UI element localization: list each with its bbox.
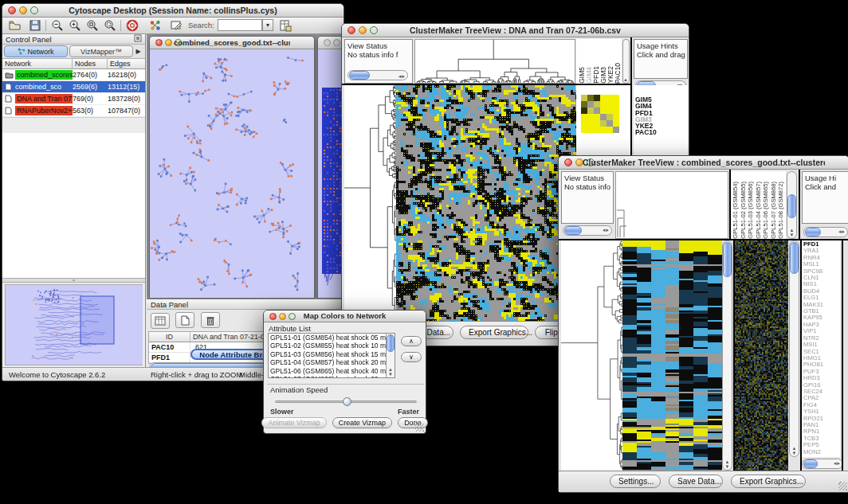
tv1-zoom-cell[interactable] bbox=[587, 120, 594, 127]
zoom-selected-icon[interactable] bbox=[84, 18, 101, 33]
tv2-usage-hscrollbar[interactable]: ◂▸ bbox=[803, 227, 848, 237]
tv1-zoom-cell[interactable] bbox=[594, 114, 600, 120]
tv1-zoom-cell[interactable] bbox=[613, 107, 619, 114]
tv1-column-label[interactable]: GIM4 bbox=[585, 67, 592, 84]
create-vizmap-button[interactable]: Create Vizmap bbox=[332, 417, 392, 428]
tv1-zoom-cell[interactable] bbox=[594, 95, 600, 101]
network-birdseye-view[interactable] bbox=[5, 284, 143, 365]
animate-vizmap-button[interactable]: Animate Vizmap bbox=[261, 417, 326, 428]
tab-vizmapper[interactable]: VizMapper™ bbox=[69, 45, 133, 57]
tv2-heatmap-vscrollbar[interactable]: ▲▼ bbox=[722, 240, 732, 471]
tv2-column-label[interactable]: GPL51-01 (GSM854) bbox=[732, 182, 740, 239]
dialog-title-bar[interactable]: Map Colors to Network bbox=[264, 311, 426, 322]
tv1-zoom-cell[interactable] bbox=[600, 95, 607, 101]
network-table-row[interactable]: combined_sco2569(6)13112(15) bbox=[2, 81, 145, 93]
tv1-zoom-cell[interactable] bbox=[581, 107, 587, 114]
network-view-canvas[interactable] bbox=[150, 49, 314, 298]
close-button[interactable] bbox=[269, 313, 277, 320]
main-title-bar[interactable]: Cytoscape Desktop (Session Name: collins… bbox=[2, 4, 344, 18]
search-input[interactable] bbox=[218, 19, 262, 31]
animation-speed-slider[interactable] bbox=[275, 400, 417, 403]
open-file-icon[interactable] bbox=[6, 18, 23, 33]
move-up-button[interactable]: ∧ bbox=[401, 336, 422, 346]
tv1-zoom-cell[interactable] bbox=[581, 127, 587, 133]
tv2-zoom-heatmap[interactable] bbox=[622, 240, 722, 471]
search-dropdown-arrow[interactable]: ▼ bbox=[262, 19, 273, 31]
tv1-zoom-cell[interactable] bbox=[607, 107, 613, 114]
tv1-zoom-cell[interactable] bbox=[600, 127, 607, 133]
zoom-fit-icon[interactable] bbox=[101, 18, 119, 33]
tv1-zoom-cell[interactable] bbox=[594, 107, 600, 114]
panel-splitter[interactable]: • bbox=[2, 278, 145, 283]
delete-attribute-icon[interactable] bbox=[201, 312, 220, 328]
tv1-zoom-cell[interactable] bbox=[587, 107, 594, 114]
attribute-list-item[interactable]: GPL51-04 (GSM857) heat shock 20 min bbox=[269, 358, 395, 366]
tv2-row-dendrogram[interactable] bbox=[561, 240, 622, 471]
tv1-column-label[interactable]: PAC10 bbox=[614, 63, 621, 84]
tv1-zoom-cell[interactable] bbox=[581, 95, 587, 101]
tv2-column-dendrogram[interactable] bbox=[615, 171, 728, 239]
annotation-icon[interactable] bbox=[167, 18, 185, 33]
close-button[interactable] bbox=[324, 39, 331, 46]
tv1-zoom-cell[interactable] bbox=[613, 120, 619, 127]
tv1-column-label[interactable]: PFD1 bbox=[592, 66, 599, 84]
tv1-status-hscrollbar[interactable]: ◂▸ bbox=[347, 70, 408, 80]
tv2-status-hscrollbar[interactable]: ◂▸ bbox=[563, 225, 612, 236]
network-view-2-canvas[interactable] bbox=[318, 49, 344, 298]
tv1-zoom-cell[interactable] bbox=[581, 120, 587, 127]
tv1-column-label[interactable]: GIM5 bbox=[578, 67, 585, 84]
zoom-out-icon[interactable] bbox=[49, 18, 66, 33]
tv2-column-label[interactable]: GPL51-02 (GSM855) bbox=[740, 182, 748, 239]
more-tabs-button[interactable]: ▶ bbox=[133, 48, 143, 55]
tv1-row-dendrogram[interactable] bbox=[344, 85, 396, 322]
move-down-button[interactable]: ∨ bbox=[401, 352, 422, 362]
close-button[interactable] bbox=[564, 158, 572, 166]
attribute-list-item[interactable]: GPL51-03 (GSM856) heat shock 15 min bbox=[269, 350, 395, 358]
tv2-genes-hscrollbar[interactable]: ◂▸ bbox=[802, 459, 843, 469]
tv2-export-graphics-button[interactable]: Export Graphics... bbox=[731, 475, 806, 488]
close-button[interactable] bbox=[155, 39, 163, 46]
tv2-settings-button[interactable]: Settings... bbox=[610, 475, 661, 488]
tv2-labels-vscrollbar[interactable]: ▲▼ bbox=[787, 171, 797, 239]
tv1-zoom-cell[interactable] bbox=[613, 101, 619, 107]
treeview1-title-bar[interactable]: ClusterMaker TreeView : DNA and Tran 07-… bbox=[342, 24, 689, 37]
tv2-global-heatmap[interactable] bbox=[735, 240, 788, 471]
tv1-zoom-cell[interactable] bbox=[581, 114, 587, 120]
save-session-icon[interactable] bbox=[26, 18, 44, 33]
tv1-zoom-cell[interactable] bbox=[594, 120, 600, 127]
tv2-column-label[interactable]: GPL51-06 (GSM865) bbox=[762, 182, 770, 239]
tv2-column-label[interactable]: GPL51-04 (GSM857) bbox=[755, 182, 763, 239]
tv1-global-heatmap[interactable] bbox=[396, 85, 576, 322]
tv1-zoom-cell[interactable] bbox=[587, 127, 594, 133]
attribute-list-item[interactable]: GPL51-07 (GSM868) heat shock 60 min bbox=[269, 375, 395, 378]
attribute-list-item[interactable]: GPL51-01 (GSM854) heat shock 05 min bbox=[269, 334, 395, 342]
treeview2-title-bar[interactable]: ClusterMaker TreeView : combined_scores_… bbox=[559, 156, 848, 170]
help-icon[interactable] bbox=[124, 18, 141, 33]
tv2-save-data-button[interactable]: Save Data... bbox=[669, 475, 723, 488]
tv1-zoom-cell[interactable] bbox=[607, 127, 613, 133]
minimize-button[interactable] bbox=[279, 313, 286, 320]
tv1-zoom-cell[interactable] bbox=[587, 114, 594, 120]
tv1-zoom-cell[interactable] bbox=[594, 101, 600, 107]
network-view-2-title-bar[interactable] bbox=[318, 37, 344, 49]
network-table-row[interactable]: RNAPuberNov2+563(0)107847(0) bbox=[2, 105, 145, 117]
network-view-title-bar[interactable]: combined_scores_good.txt--cluste... bbox=[150, 37, 314, 49]
tv1-zoom-cell[interactable] bbox=[607, 95, 613, 101]
tv1-zoom-cell[interactable] bbox=[607, 101, 613, 107]
tv1-zoom-cell[interactable] bbox=[607, 114, 613, 120]
resize-grip[interactable] bbox=[838, 482, 847, 490]
tv1-column-dendrogram[interactable] bbox=[414, 39, 575, 84]
tv1-zoom-cell[interactable] bbox=[600, 120, 607, 127]
tv2-gene-label[interactable]: MON2 bbox=[803, 449, 840, 455]
tv1-zoom-cell[interactable] bbox=[587, 95, 594, 101]
tv1-gene-label[interactable]: PAC10 bbox=[635, 129, 657, 135]
tv2-genes-vscrollbar[interactable]: ▲▼ bbox=[789, 240, 799, 457]
new-attribute-icon[interactable] bbox=[175, 312, 194, 328]
tv2-column-label[interactable]: GPL51-08 (GSM872) bbox=[777, 182, 785, 239]
tv1-zoom-cell[interactable] bbox=[600, 114, 607, 120]
network-table-row[interactable]: combined_scores_2764(0)16218(0) bbox=[2, 69, 145, 81]
close-button[interactable] bbox=[347, 26, 355, 34]
tv2-column-label[interactable]: GPL51-03 (GSM856) bbox=[747, 182, 755, 239]
select-attributes-icon[interactable] bbox=[151, 313, 170, 329]
id-column-header[interactable]: ID bbox=[149, 332, 190, 342]
